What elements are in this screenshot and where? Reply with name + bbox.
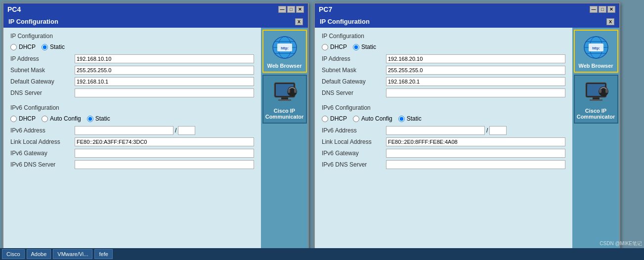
pc7-ipv6-prefix-input[interactable] xyxy=(489,126,507,135)
pc4-ipv6-address-row: IPv6 Address / xyxy=(10,126,254,135)
pc4-ipv6-dhcp-input[interactable] xyxy=(10,116,17,122)
pc7-web-browser-item[interactable]: http: Web Browser xyxy=(574,30,618,73)
pc7-close[interactable]: ✕ xyxy=(607,6,615,13)
pc7-ipv6-gateway-input[interactable] xyxy=(386,149,565,158)
pc4-dns-input[interactable] xyxy=(75,88,254,97)
svg-rect-27 xyxy=(605,89,608,93)
pc7-dhcp-input[interactable] xyxy=(322,44,328,50)
pc4-ipv6-static-input[interactable] xyxy=(87,116,93,122)
pc4-subnet-row: Subnet Mask xyxy=(10,66,254,75)
pc7-cisco-ip-item[interactable]: Cisco IPCommunicator xyxy=(574,75,618,124)
pc4-ipv6-static-radio[interactable]: Static xyxy=(87,115,110,122)
pc7-ip-config-title: IP Configuration xyxy=(320,18,370,25)
pc7-subnet-input[interactable] xyxy=(386,66,565,75)
pc4-close[interactable]: ✕ xyxy=(296,6,304,13)
pc4-maximize[interactable]: □ xyxy=(287,6,295,13)
svg-rect-26 xyxy=(599,89,601,93)
pc4-web-browser-item[interactable]: http: Web Browser xyxy=(262,30,307,73)
pc4-ip-address-row: IP Address xyxy=(10,54,254,63)
pc4-dns-row: DNS Server xyxy=(10,88,254,97)
pc7-title: PC7 xyxy=(319,5,332,13)
pc7-minimize[interactable]: — xyxy=(590,6,598,13)
pc4-ipv6-auto-label: Auto Config xyxy=(50,115,81,122)
pc4-ipv6-address-input[interactable] xyxy=(75,126,173,135)
pc4-subnet-input[interactable] xyxy=(75,66,254,75)
pc7-body: IP Configuration DHCP Static IP Address … xyxy=(315,28,619,250)
taskbar-adobe[interactable]: Adobe xyxy=(27,249,51,259)
pc7-gateway-input[interactable] xyxy=(386,77,565,86)
pc7-ipv6-static-input[interactable] xyxy=(398,116,405,122)
pc7-link-local-row: Link Local Address xyxy=(322,137,565,146)
pc4-ipv6-auto-input[interactable] xyxy=(42,116,48,122)
pc4-ipv6-static-label: Static xyxy=(95,115,110,122)
pc4-ipv6-slash: / xyxy=(173,127,178,134)
pc7-ipv6-gateway-label: IPv6 Gateway xyxy=(322,150,386,157)
pc4-web-browser-icon: http: xyxy=(270,34,300,61)
pc7-dhcp-radio[interactable]: DHCP xyxy=(322,43,347,50)
pc4-gateway-input[interactable] xyxy=(75,77,254,86)
svg-text:http:: http: xyxy=(281,46,289,50)
watermark: CSDN @MIKE笔记 xyxy=(600,240,642,247)
pc7-ipv6-auto-input[interactable] xyxy=(353,116,359,122)
pc7-cisco-ip-icon xyxy=(581,79,611,106)
pc4-title: PC4 xyxy=(7,5,21,13)
pc7-link-local-input[interactable] xyxy=(386,137,565,146)
pc4-body: IP Configuration DHCP Static IP Address … xyxy=(3,28,308,250)
pc7-static-label: Static xyxy=(361,43,376,50)
pc7-ipv6-dhcp-radio[interactable]: DHCP xyxy=(322,115,347,122)
pc7-ipv6-dns-row: IPv6 DNS Server xyxy=(322,160,565,169)
pc7-ip-address-label: IP Address xyxy=(322,55,386,62)
pc4-subnet-label: Subnet Mask xyxy=(10,67,75,74)
pc7-subnet-row: Subnet Mask xyxy=(322,66,565,75)
pc7-ipv6-auto-label: Auto Config xyxy=(361,115,392,122)
pc4-minimize[interactable]: — xyxy=(278,6,286,13)
pc4-ipv6-dns-input[interactable] xyxy=(75,160,254,169)
pc4-ipv6-gateway-input[interactable] xyxy=(75,149,254,158)
pc7-ipv6-address-row: IPv6 Address / xyxy=(322,126,565,135)
pc4-ipv6-dhcp-radio[interactable]: DHCP xyxy=(10,115,36,122)
pc7-static-input[interactable] xyxy=(353,44,359,50)
pc7-ipv6-section: IPv6 Configuration DHCP Auto Config Stat… xyxy=(322,104,565,169)
pc7-ipv6-dns-input[interactable] xyxy=(386,160,565,169)
pc4-ip-section-label: IP Configuration xyxy=(10,33,254,40)
pc4-dhcp-radio[interactable]: DHCP xyxy=(10,43,36,50)
taskbar-vmware[interactable]: VMware/Vi... xyxy=(53,249,92,259)
pc7-dns-input[interactable] xyxy=(386,88,565,97)
pc7-ipv6-gateway-row: IPv6 Gateway xyxy=(322,149,565,158)
pc7-ipv6-dhcp-input[interactable] xyxy=(322,116,328,122)
pc4-static-input[interactable] xyxy=(42,44,48,50)
pc7-ip-radio-group: DHCP Static xyxy=(322,43,565,50)
pc7-titlebar: PC7 — □ ✕ xyxy=(315,3,619,15)
svg-rect-13 xyxy=(294,89,297,93)
pc4-ip-config-close[interactable]: X xyxy=(295,18,303,25)
pc7-maximize[interactable]: □ xyxy=(599,6,606,13)
pc4-ipv6-auto-radio[interactable]: Auto Config xyxy=(42,115,81,122)
pc7-static-radio[interactable]: Static xyxy=(353,43,376,50)
pc7-ipv6-address-input[interactable] xyxy=(386,126,485,135)
pc7-ipv6-static-radio[interactable]: Static xyxy=(398,115,422,122)
pc4-ipv6-section: IPv6 Configuration DHCP Auto Config Stat… xyxy=(10,104,254,169)
pc4-link-local-label: Link Local Address xyxy=(10,138,75,145)
taskbar-fefe[interactable]: fefe xyxy=(94,249,112,259)
taskbar: Cisco Adobe VMware/Vi... fefe xyxy=(0,248,644,260)
pc7-ip-section-label: IP Configuration xyxy=(322,33,565,40)
pc7-dhcp-label: DHCP xyxy=(330,43,347,50)
pc7-subnet-label: Subnet Mask xyxy=(322,67,386,74)
pc4-static-radio[interactable]: Static xyxy=(42,43,65,50)
pc7-ipv6-auto-radio[interactable]: Auto Config xyxy=(353,115,392,122)
pc4-ip-address-input[interactable] xyxy=(75,54,254,63)
pc7-link-local-label: Link Local Address xyxy=(322,138,386,145)
pc4-ip-radio-group: DHCP Static xyxy=(10,43,254,50)
pc7-ip-config-close[interactable]: X xyxy=(606,18,614,25)
pc7-sidebar: http: Web Browser xyxy=(572,28,619,250)
pc4-gateway-label: Default Gateway xyxy=(10,78,75,85)
pc7-ip-address-input[interactable] xyxy=(386,54,565,63)
pc4-cisco-ip-item[interactable]: Cisco IPCommunicator xyxy=(262,75,307,124)
taskbar-cisco[interactable]: Cisco xyxy=(2,249,25,259)
pc4-dhcp-input[interactable] xyxy=(10,44,17,50)
pc4-sidebar: http: Web Browser xyxy=(261,28,308,250)
pc4-ipv6-prefix-input[interactable] xyxy=(178,126,195,135)
pc4-titlebar: PC4 — □ ✕ xyxy=(3,3,308,15)
pc4-static-label: Static xyxy=(50,43,65,50)
pc4-link-local-input[interactable] xyxy=(75,137,254,146)
